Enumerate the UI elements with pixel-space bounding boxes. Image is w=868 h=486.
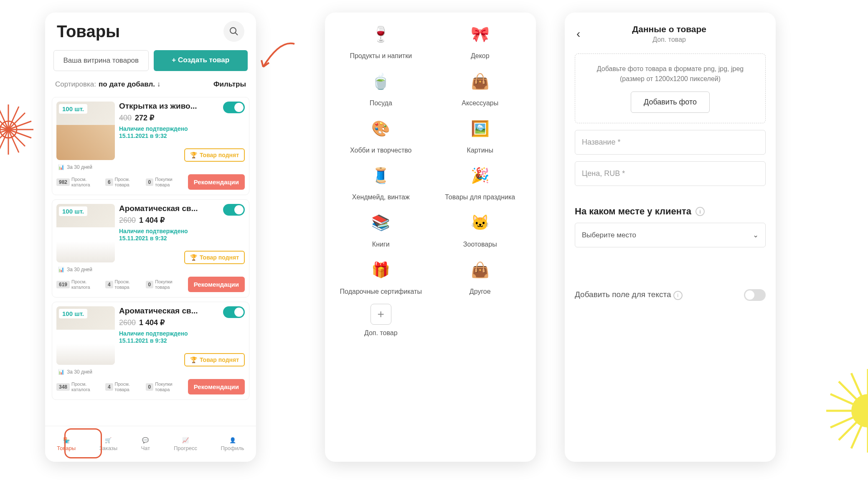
svg-line-12	[8, 130, 19, 153]
price: 272 ₽	[135, 114, 154, 122]
addtext-label: Добавить поле для текста i	[575, 290, 683, 300]
category-item[interactable]: 🍷Продукты и напитки	[333, 21, 429, 61]
plus-icon: +	[371, 304, 391, 325]
product-toggle[interactable]	[223, 306, 245, 318]
search-button[interactable]	[223, 21, 244, 42]
svg-line-31	[830, 411, 868, 427]
dropzone-text: Добавьте фото товара в формате png, jpg,…	[588, 64, 753, 84]
category-label: Зоотовары	[463, 240, 497, 249]
search-icon	[229, 27, 239, 36]
chat-icon: 💬	[142, 437, 149, 443]
svg-point-17	[851, 394, 868, 427]
info-icon[interactable]: i	[673, 291, 683, 300]
category-item[interactable]: 🎨Хобби и творчество	[333, 115, 429, 155]
stats-icon: 📊	[58, 164, 64, 170]
category-icon: 🎁	[368, 257, 394, 283]
product-toggle[interactable]	[223, 102, 245, 113]
category-item[interactable]: 👜Аксессуары	[433, 68, 528, 108]
svg-line-14	[0, 130, 8, 138]
category-icon: 🎀	[467, 21, 493, 48]
category-item[interactable]: 🖼️Картины	[433, 115, 528, 155]
trophy-icon: 🏆	[190, 254, 197, 261]
qty-badge: 100 шт.	[59, 309, 87, 318]
category-item[interactable]: 🍵Посуда	[333, 68, 429, 108]
nav-profile[interactable]: 👤Профиль	[221, 437, 244, 451]
svg-line-8	[0, 113, 8, 130]
trophy-icon: 🏆	[190, 152, 197, 158]
nav-progress[interactable]: 📈Прогресс	[174, 437, 197, 451]
user-icon: 👤	[229, 437, 236, 443]
qty-badge: 100 шт.	[59, 206, 87, 216]
svg-line-2	[8, 113, 25, 130]
info-icon[interactable]: i	[695, 207, 705, 216]
svg-point-34	[230, 28, 236, 33]
raised-badge[interactable]: 🏆Товар поднят	[184, 148, 245, 162]
product-card[interactable]: 100 шт. Ароматическая св... 26001 404 ₽ …	[52, 199, 249, 298]
category-icon: 👜	[467, 68, 493, 95]
category-item[interactable]: 🎁Подарочные сертификаты	[333, 257, 429, 296]
svg-line-23	[839, 411, 868, 440]
product-thumbnail: 100 шт.	[56, 102, 115, 160]
page-title: Товары	[57, 22, 120, 41]
raised-badge[interactable]: 🏆Товар поднят	[184, 353, 245, 366]
category-label: Книги	[372, 240, 390, 249]
photo-dropzone[interactable]: Добавьте фото товара в формате png, jpg,…	[575, 53, 766, 123]
category-label: Декор	[471, 52, 490, 61]
create-product-button[interactable]: + Создать товар	[154, 50, 248, 71]
add-photo-button[interactable]: Добавить фото	[631, 92, 710, 113]
svg-line-9	[8, 107, 19, 130]
category-item[interactable]: 🎉Товары для праздника	[433, 162, 528, 202]
filters-button[interactable]: Фильтры	[213, 80, 246, 89]
category-item[interactable]: 🎀Декор	[433, 21, 528, 61]
category-item[interactable]: 🐱Зоотовары	[433, 209, 528, 249]
back-button[interactable]: ‹	[573, 27, 584, 41]
raised-badge[interactable]: 🏆Товар поднят	[184, 251, 245, 264]
svg-line-32	[830, 394, 868, 411]
phone-product-form: ‹ Данные о товаре Доп. товар Добавьте фо…	[565, 13, 776, 462]
svg-line-15	[0, 121, 8, 130]
product-title: Ароматическая св...	[119, 204, 207, 213]
form-subtitle: Доп. товар	[584, 36, 755, 43]
availability-date: 15.11.2021 в 9:32	[119, 132, 245, 139]
qty-badge: 100 шт.	[59, 104, 87, 114]
svg-line-11	[8, 130, 31, 138]
phone-categories: 🍷Продукты и напитки🎀Декор🍵Посуда👜Аксессу…	[325, 13, 536, 462]
place-select[interactable]: Выберите место⌄	[575, 223, 766, 247]
category-label: Посуда	[370, 99, 392, 108]
chart-icon: 📈	[182, 437, 189, 443]
category-icon: 🍵	[368, 68, 394, 95]
svg-line-4	[8, 130, 25, 146]
product-card[interactable]: 100 шт. Ароматическая св... 26001 404 ₽ …	[52, 302, 249, 400]
recommendations-button[interactable]: Рекомендации	[188, 379, 245, 394]
svg-line-13	[0, 130, 8, 153]
category-icon: 🍷	[368, 21, 394, 48]
category-icon: 🎨	[368, 115, 394, 142]
category-add[interactable]: +Доп. товар	[333, 304, 429, 338]
category-label: Подарочные сертификаты	[340, 288, 422, 296]
category-item[interactable]: 👜Другое	[433, 257, 528, 296]
chevron-down-icon: ⌄	[753, 231, 759, 239]
sort-control[interactable]: Сортировка:по дате добавл. ↓	[55, 80, 160, 89]
phone-products-list: Товары Ваша витрина товаров + Создать то…	[45, 13, 256, 462]
product-card[interactable]: 100 шт. Открытка из живо... 400272 ₽ Нал…	[52, 97, 249, 195]
product-toggle[interactable]	[223, 204, 245, 216]
decoration-sunburst	[793, 344, 868, 461]
availability-label: Наличие подтверждено	[119, 125, 245, 132]
recommendations-button[interactable]: Рекомендации	[188, 277, 245, 292]
category-icon: 🐱	[467, 209, 493, 236]
category-icon: 📚	[368, 209, 394, 236]
showcase-button[interactable]: Ваша витрина товаров	[53, 50, 149, 71]
addtext-toggle[interactable]	[744, 289, 766, 301]
decoration-sunburst	[0, 84, 42, 176]
recommendations-button[interactable]: Рекомендации	[188, 174, 245, 190]
price-input[interactable]: Цена, RUB *	[575, 161, 766, 186]
svg-line-30	[851, 411, 868, 448]
category-item[interactable]: 🧵Хендмейд, винтаж	[333, 162, 429, 202]
name-input[interactable]: Название *	[575, 130, 766, 155]
category-item[interactable]: 📚Книги	[333, 209, 429, 249]
product-thumbnail: 100 шт.	[56, 204, 115, 262]
old-price: 400	[119, 114, 132, 122]
nav-orders[interactable]: 🛒Заказы	[99, 437, 117, 451]
cart-icon: 🛒	[105, 437, 112, 443]
nav-chat[interactable]: 💬Чат	[141, 437, 150, 451]
